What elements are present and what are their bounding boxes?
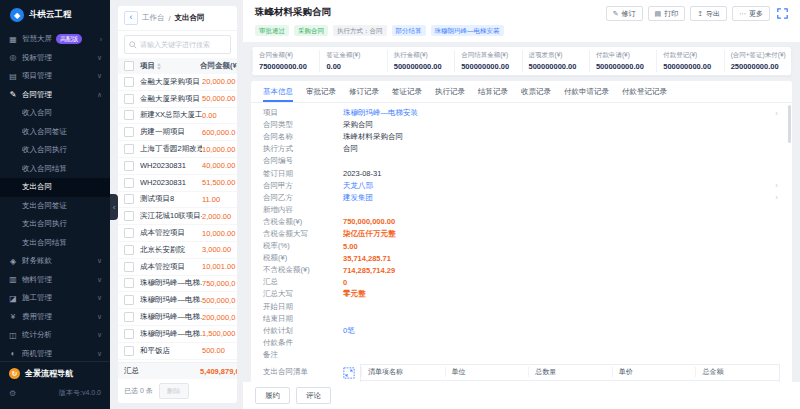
sidebar-item[interactable]: ▦ 智慧大屏 高配版 ›: [0, 30, 110, 49]
action-button-label: 修订: [622, 9, 636, 18]
list-row[interactable]: 珠穆朗玛峰—电梯... 200,000,0: [118, 309, 237, 326]
field-value: 零元整: [343, 289, 780, 299]
sidebar-item[interactable]: 支出合同结算: [0, 234, 110, 253]
list-row[interactable]: 新建XX总部大厦工... 0.00: [118, 108, 237, 125]
list-row[interactable]: 上海丁香园2期改造... 10,000.00: [118, 141, 237, 158]
list-row[interactable]: 房建一期项目 600,000.0: [118, 124, 237, 141]
detail-tab[interactable]: 收票记录: [521, 81, 551, 102]
row-checkbox[interactable]: [124, 346, 134, 356]
list-row[interactable]: 金融大厦采购项目 20,000.00: [118, 74, 237, 91]
sidebar-item[interactable]: ◐ 商机管理 ∨: [0, 345, 110, 362]
column-project[interactable]: 项目: [140, 61, 200, 71]
row-checkbox[interactable]: [124, 278, 134, 288]
row-checkbox[interactable]: [124, 312, 134, 322]
list-row[interactable]: 金融大厦采购项目 50,000.00: [118, 91, 237, 108]
row-checkbox[interactable]: [124, 144, 134, 154]
field-value: 5.00: [343, 242, 780, 251]
menu-item-label: 支出合同: [22, 182, 52, 192]
row-checkbox[interactable]: [124, 295, 134, 305]
sidebar-item[interactable]: ▤ 项目管理 ∨: [0, 67, 110, 86]
delete-button[interactable]: 删除: [159, 383, 189, 399]
row-checkbox[interactable]: [124, 178, 134, 188]
row-checkbox[interactable]: [124, 228, 134, 238]
row-chevron-icon[interactable]: ›: [775, 193, 778, 202]
detail-tab[interactable]: 结算记录: [478, 81, 508, 102]
row-checkbox[interactable]: [124, 329, 134, 339]
sidebar-item[interactable]: ◎ 投标管理 ∨: [0, 49, 110, 68]
list-row[interactable]: 珠穆朗玛峰—电梯... 750,000,0: [118, 276, 237, 293]
row-checkbox[interactable]: [124, 262, 134, 272]
form-row: 税率(%) 5.00: [263, 240, 780, 252]
row-checkbox[interactable]: [124, 194, 134, 204]
sidebar-item[interactable]: 支出合同执行: [0, 215, 110, 234]
list-row[interactable]: 滨江花城10联项目-... 2,000.00: [118, 208, 237, 225]
version-row: ⚙ 版本号:v4.0.0: [9, 388, 101, 398]
form-row: 开始日期: [263, 301, 780, 313]
row-checkbox[interactable]: [124, 161, 134, 171]
action-button[interactable]: ▤ 打印: [648, 6, 686, 21]
list-row[interactable]: 测试项目8 11.00: [118, 192, 237, 209]
chevron-icon: ∨: [97, 313, 102, 321]
sidebar-item[interactable]: 收入合同: [0, 104, 110, 123]
detail-tab[interactable]: 基本信息: [263, 81, 293, 102]
list-row[interactable]: 成本管控项目 10,001.00: [118, 259, 237, 276]
sidebar-collapse-handle[interactable]: ‹: [110, 194, 118, 220]
fullscreen-button[interactable]: [777, 8, 788, 19]
list-row[interactable]: 北京长安剧院 3,000.00: [118, 242, 237, 259]
detail-tab[interactable]: 签证记录: [392, 81, 422, 102]
sidebar-item[interactable]: 收入合同执行: [0, 141, 110, 160]
sidebar-item[interactable]: 支出合同签证: [0, 197, 110, 216]
list-row[interactable]: WH20230831 51,500.00: [118, 175, 237, 192]
list-row[interactable]: 珠穆朗玛峰—电梯... 1,500,000: [118, 326, 237, 343]
footer-action-button[interactable]: 履约: [255, 387, 290, 404]
process-nav-icon: ↻: [9, 368, 20, 379]
row-checkbox[interactable]: [124, 127, 134, 137]
list-row[interactable]: 珠穆朗玛峰—电梯... 500,000,0: [118, 292, 237, 309]
back-button[interactable]: ‹: [124, 11, 138, 25]
row-checkbox[interactable]: [124, 94, 134, 104]
expand-icon[interactable]: [343, 367, 355, 379]
process-nav-button[interactable]: ↻ 全景流程导航: [9, 368, 101, 379]
breadcrumb-root[interactable]: 工作台: [142, 13, 165, 23]
list-row[interactable]: 和平饭店 500.00: [118, 343, 237, 360]
sidebar-item[interactable]: 支出合同: [0, 178, 110, 197]
list-row[interactable]: 成本管控项目 10,000.00: [118, 225, 237, 242]
detail-tab[interactable]: 付款登记记录: [622, 81, 667, 102]
gear-icon[interactable]: ⚙: [9, 389, 16, 398]
stat-value: 500000000.00: [461, 62, 515, 71]
sidebar-item[interactable]: 收入合同签证: [0, 123, 110, 142]
sidebar-item[interactable]: ◫ 统计分析 ∨: [0, 326, 110, 345]
field-value: 2023-08-31: [343, 169, 780, 178]
stat-label: 付款登记(¥): [663, 51, 717, 60]
form-row: 税额(¥) 35,714,285.71: [263, 252, 780, 264]
field-label: 执行方式: [263, 144, 343, 154]
sidebar-item[interactable]: ◪ 施工管理 ∨: [0, 289, 110, 308]
list-row[interactable]: WH20230831 40,000.00: [118, 158, 237, 175]
action-button[interactable]: ✎ 修订: [606, 6, 643, 21]
row-chevron-icon[interactable]: ›: [775, 181, 778, 190]
sidebar-item[interactable]: ▥ 物料管理 ∨: [0, 271, 110, 290]
footer-action-button[interactable]: 评论: [296, 387, 331, 404]
detail-tab[interactable]: 执行记录: [435, 81, 465, 102]
detail-tab[interactable]: 付款申请记录: [564, 81, 609, 102]
sidebar-item[interactable]: ◈ 财务账款 ∨: [0, 252, 110, 271]
row-project-name: 成本管控项目: [140, 262, 202, 272]
row-checkbox[interactable]: [124, 77, 134, 87]
row-checkbox[interactable]: [124, 245, 134, 255]
action-button[interactable]: ↥ 导出: [690, 6, 727, 21]
detail-tab[interactable]: 审批记录: [306, 81, 336, 102]
sidebar-item[interactable]: ¥ 费用管理 ∨: [0, 308, 110, 327]
scrollbar-thumb[interactable]: [788, 105, 791, 143]
sidebar-item[interactable]: 收入合同结算: [0, 160, 110, 179]
sort-icon[interactable]: [157, 63, 161, 70]
row-project-name: 珠穆朗玛峰—电梯...: [140, 295, 202, 305]
sidebar-item[interactable]: ✎ 合同管理 ∧: [0, 86, 110, 105]
search-input[interactable]: 请输入关键字进行搜索: [124, 35, 231, 54]
menu-item-label: 支出合同执行: [22, 219, 67, 229]
detail-tab[interactable]: 修订记录: [349, 81, 379, 102]
row-checkbox[interactable]: [124, 211, 134, 221]
row-checkbox[interactable]: [124, 110, 134, 120]
select-all-checkbox[interactable]: [124, 61, 134, 71]
action-button[interactable]: ⋯ 更多: [732, 6, 770, 21]
row-chevron-icon[interactable]: ›: [775, 109, 778, 118]
